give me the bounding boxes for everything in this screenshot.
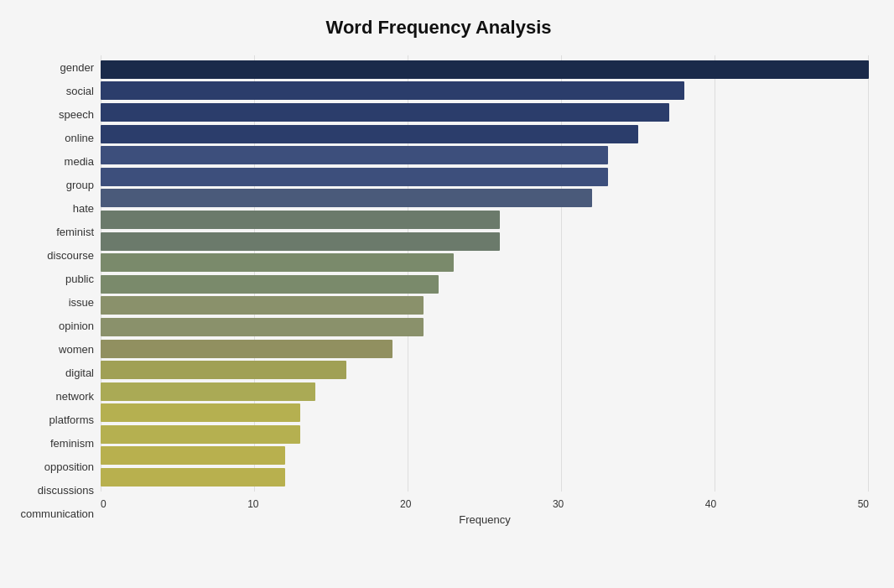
- x-axis-labels: 01020304050: [101, 493, 869, 510]
- bar-row: [101, 403, 869, 424]
- bar: [101, 168, 608, 186]
- grid-and-bars: [101, 55, 869, 492]
- bar: [101, 253, 454, 272]
- y-label: hate: [73, 203, 94, 214]
- bar-row: [101, 381, 869, 403]
- x-tick-label: 30: [553, 498, 564, 510]
- bar: [101, 446, 285, 465]
- y-label: feminism: [50, 438, 94, 449]
- bar: [101, 425, 300, 444]
- y-label: digital: [65, 367, 94, 378]
- x-tick-label: 10: [247, 498, 258, 510]
- x-tick-label: 50: [858, 498, 869, 510]
- y-label: social: [66, 86, 94, 96]
- chart-container: Word Frequency Analysis gendersocialspee…: [0, 0, 894, 588]
- y-label: public: [65, 273, 94, 284]
- bar: [101, 211, 500, 229]
- bar-row: [101, 144, 869, 166]
- bar-row: [101, 123, 869, 145]
- bar-row: [101, 166, 869, 188]
- y-label: feminist: [56, 226, 94, 237]
- y-label: issue: [69, 297, 94, 308]
- y-label: gender: [60, 62, 94, 73]
- bar: [101, 232, 500, 251]
- y-label: online: [65, 133, 94, 143]
- bar-row: [101, 424, 869, 445]
- bar-row: [101, 338, 869, 360]
- chart-area: gendersocialspeechonlinemediagrouphatefe…: [8, 55, 869, 526]
- bar-row: [101, 295, 869, 317]
- bars-wrapper: [101, 55, 869, 492]
- x-axis-title: Frequency: [101, 513, 869, 526]
- bottom-section: 01020304050 Frequency: [101, 493, 869, 526]
- y-label: communication: [21, 508, 94, 519]
- bar-row: [101, 359, 869, 381]
- bar: [101, 146, 608, 164]
- bar: [101, 340, 392, 358]
- y-label: platforms: [49, 414, 94, 425]
- y-label: network: [55, 391, 94, 402]
- bar: [101, 125, 638, 143]
- y-label: media: [65, 156, 94, 167]
- y-label: women: [59, 344, 94, 355]
- y-label: opposition: [44, 461, 94, 472]
- bar: [101, 468, 285, 487]
- bar-row: [101, 81, 869, 102]
- bar-row: [101, 445, 869, 467]
- y-label: speech: [59, 109, 94, 120]
- bar-row: [101, 252, 869, 273]
- bars-and-grid: 01020304050 Frequency: [101, 55, 869, 526]
- bar-row: [101, 273, 869, 295]
- bar: [101, 275, 439, 294]
- bar-row: [101, 188, 869, 210]
- bar: [101, 81, 684, 100]
- bar-row: [101, 209, 869, 231]
- bar-row: [101, 59, 869, 81]
- bar: [101, 60, 869, 79]
- bar-row: [101, 101, 869, 123]
- chart-title: Word Frequency Analysis: [8, 17, 869, 39]
- bar: [101, 382, 315, 401]
- bar: [101, 361, 346, 379]
- bar-row: [101, 231, 869, 252]
- bar-row: [101, 466, 869, 488]
- bar: [101, 403, 300, 422]
- y-label: group: [66, 180, 94, 190]
- bar: [101, 189, 592, 207]
- y-label: discourse: [47, 250, 94, 261]
- x-tick-label: 40: [705, 498, 716, 510]
- x-tick-label: 20: [400, 498, 411, 510]
- bar-row: [101, 316, 869, 338]
- x-tick-label: 0: [101, 498, 107, 510]
- y-label: opinion: [59, 320, 94, 331]
- y-label: discussions: [38, 485, 94, 496]
- y-axis-labels: gendersocialspeechonlinemediagrouphatefe…: [8, 55, 101, 526]
- bar: [101, 103, 669, 122]
- bar: [101, 318, 424, 336]
- bar: [101, 296, 424, 315]
